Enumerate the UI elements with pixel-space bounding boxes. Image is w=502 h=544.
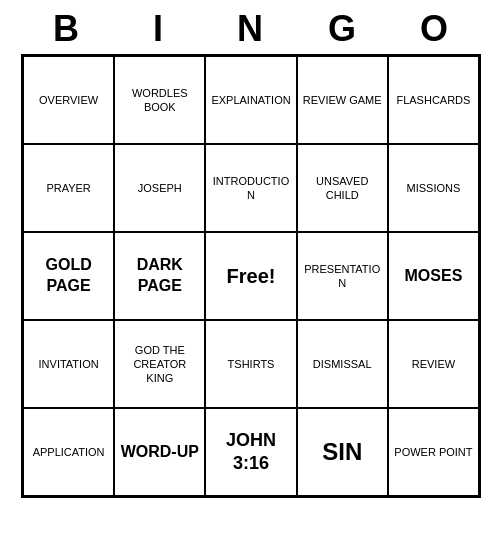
bingo-cell-3-2: TSHIRTS [205,320,296,408]
bingo-cell-4-3: SIN [297,408,388,496]
bingo-cell-2-0: GOLD PAGE [23,232,114,320]
title-b: B [27,8,107,50]
bingo-grid: OVERVIEWWORDLES BOOKEXPLAINATIONREVIEW G… [21,54,481,498]
bingo-cell-4-0: APPLICATION [23,408,114,496]
bingo-cell-0-1: WORDLES BOOK [114,56,205,144]
bingo-cell-1-4: MISSIONS [388,144,479,232]
bingo-row-4: APPLICATIONWORD-UPJOHN 3:16SINPOWER POIN… [23,408,479,496]
bingo-cell-2-4: MOSES [388,232,479,320]
bingo-cell-1-0: PRAYER [23,144,114,232]
bingo-cell-1-3: UNSAVED CHILD [297,144,388,232]
bingo-title: B I N G O [21,0,481,54]
bingo-cell-3-4: REVIEW [388,320,479,408]
bingo-row-2: GOLD PAGEDARK PAGEFree!PRESENTATIONMOSES [23,232,479,320]
bingo-cell-1-2: INTRODUCTION [205,144,296,232]
bingo-cell-0-0: OVERVIEW [23,56,114,144]
bingo-row-1: PRAYERJOSEPHINTRODUCTIONUNSAVED CHILDMIS… [23,144,479,232]
bingo-cell-4-4: POWER POINT [388,408,479,496]
bingo-cell-3-0: INVITATION [23,320,114,408]
bingo-cell-4-1: WORD-UP [114,408,205,496]
bingo-cell-3-1: GOD THE CREATOR KING [114,320,205,408]
bingo-cell-0-4: FLASHCARDS [388,56,479,144]
bingo-cell-2-2: Free! [205,232,296,320]
bingo-cell-2-3: PRESENTATION [297,232,388,320]
bingo-cell-3-3: DISMISSAL [297,320,388,408]
bingo-cell-0-3: REVIEW GAME [297,56,388,144]
title-i: I [119,8,199,50]
title-o: O [395,8,475,50]
bingo-cell-0-2: EXPLAINATION [205,56,296,144]
bingo-row-0: OVERVIEWWORDLES BOOKEXPLAINATIONREVIEW G… [23,56,479,144]
bingo-cell-1-1: JOSEPH [114,144,205,232]
bingo-cell-4-2: JOHN 3:16 [205,408,296,496]
title-g: G [303,8,383,50]
bingo-row-3: INVITATIONGOD THE CREATOR KINGTSHIRTSDIS… [23,320,479,408]
bingo-cell-2-1: DARK PAGE [114,232,205,320]
title-n: N [211,8,291,50]
